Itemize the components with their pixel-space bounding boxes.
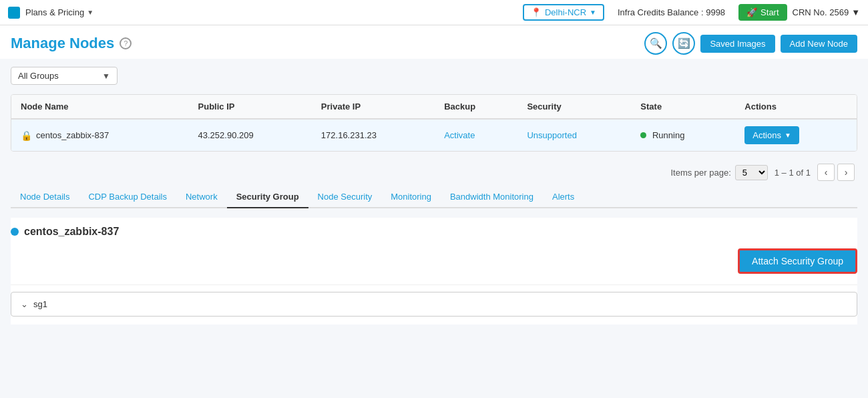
next-page-button[interactable]: ›: [837, 164, 855, 181]
page-nav: ‹ ›: [817, 164, 855, 181]
main-content: All Groups ▼ Node Name Public IP Private…: [0, 59, 868, 333]
table-header-row: Node Name Public IP Private IP Backup Se…: [11, 95, 857, 119]
running-dot: [640, 132, 646, 138]
actions-button[interactable]: Actions ▼: [744, 126, 799, 144]
header-actions: 🔍 🔄 Saved Images Add New Node: [644, 32, 857, 55]
col-node-name: Node Name: [11, 95, 189, 119]
tab-network[interactable]: Network: [176, 186, 227, 208]
sg-list-item: ⌄ sg1: [11, 292, 857, 317]
lock-icon: 🔒: [21, 130, 32, 141]
actions-chevron: ▼: [785, 132, 791, 139]
cell-security: Unsupported: [517, 119, 631, 151]
page-header: Manage Nodes ? 🔍 🔄 Saved Images Add New …: [0, 25, 868, 59]
group-selector-label: All Groups: [18, 71, 59, 81]
page-title: Manage Nodes: [11, 35, 114, 52]
plans-pricing-menu[interactable]: Plans & Pricing ▼: [25, 7, 93, 17]
items-per-page-label: Items per page:: [670, 168, 730, 178]
tabs-row: Node Details CDP Backup Details Network …: [11, 186, 857, 208]
sg-name-label: sg1: [33, 299, 47, 309]
crn-menu[interactable]: CRN No. 2569 ▼: [793, 7, 860, 17]
node-name-value: centos_zabbix-837: [36, 130, 109, 140]
saved-images-button[interactable]: Saved Images: [700, 35, 775, 53]
credits-balance: Infra Credits Balance : 9998: [610, 7, 733, 17]
node-status-dot: [11, 228, 19, 236]
tab-bandwidth[interactable]: Bandwidth Monitoring: [441, 186, 543, 208]
pagination-row: Items per page: 5 10 25 1 – 1 of 1 ‹ ›: [11, 158, 857, 186]
plans-pricing-chevron: ▼: [87, 9, 93, 16]
items-per-page: Items per page: 5 10 25: [670, 165, 767, 180]
cell-private-ip: 172.16.231.23: [312, 119, 435, 151]
nodes-table: Node Name Public IP Private IP Backup Se…: [11, 95, 857, 151]
actions-label: Actions: [752, 130, 781, 140]
cell-node-name: 🔒 centos_zabbix-837: [11, 119, 189, 151]
tab-node-security[interactable]: Node Security: [308, 186, 382, 208]
section-divider: [11, 284, 857, 285]
node-section: centos_zabbix-837 Attach Security Group …: [11, 218, 857, 325]
col-security: Security: [517, 95, 631, 119]
start-icon: 🚀: [746, 7, 757, 17]
help-icon[interactable]: ?: [120, 37, 132, 49]
plans-pricing-label: Plans & Pricing: [25, 7, 84, 17]
state-value: Running: [652, 130, 684, 140]
search-icon-button[interactable]: 🔍: [644, 32, 667, 55]
pin-icon: 📍: [531, 7, 541, 17]
cell-public-ip: 43.252.90.209: [189, 119, 312, 151]
attach-row: Attach Security Group: [11, 248, 857, 274]
group-selector-chevron: ▼: [102, 71, 110, 81]
tab-alerts[interactable]: Alerts: [543, 186, 584, 208]
crn-chevron: ▼: [851, 7, 860, 17]
nodes-table-container: Node Name Public IP Private IP Backup Se…: [11, 94, 857, 152]
add-node-button[interactable]: Add New Node: [781, 35, 857, 53]
col-actions: Actions: [735, 95, 857, 119]
node-label-row: centos_zabbix-837: [11, 226, 857, 238]
node-section-name: centos_zabbix-837: [24, 226, 119, 238]
tab-cdp-backup[interactable]: CDP Backup Details: [79, 186, 176, 208]
security-status[interactable]: Unsupported: [527, 130, 576, 140]
cell-state: Running: [631, 119, 735, 151]
col-public-ip: Public IP: [189, 95, 312, 119]
table-row: 🔒 centos_zabbix-837 43.252.90.209 172.16…: [11, 119, 857, 151]
col-private-ip: Private IP: [312, 95, 435, 119]
tab-monitoring[interactable]: Monitoring: [381, 186, 441, 208]
start-label: Start: [761, 7, 779, 17]
page-title-row: Manage Nodes ?: [11, 35, 132, 52]
start-button[interactable]: 🚀 Start: [738, 4, 787, 21]
region-label: Delhi-NCR: [545, 7, 586, 17]
attach-security-group-button[interactable]: Attach Security Group: [738, 248, 857, 274]
prev-page-button[interactable]: ‹: [817, 164, 835, 181]
col-state: State: [631, 95, 735, 119]
col-backup: Backup: [435, 95, 517, 119]
logo-icon: [8, 7, 20, 19]
tab-security-group[interactable]: Security Group: [227, 186, 308, 208]
refresh-icon-button[interactable]: 🔄: [672, 32, 695, 55]
crn-label: CRN No. 2569: [793, 7, 849, 17]
tab-node-details[interactable]: Node Details: [11, 186, 79, 208]
backup-link[interactable]: Activate: [444, 130, 475, 140]
cell-actions: Actions ▼: [735, 119, 857, 151]
page-range: 1 – 1 of 1: [775, 168, 811, 178]
group-selector[interactable]: All Groups ▼: [11, 67, 118, 85]
cell-backup: Activate: [435, 119, 517, 151]
per-page-select[interactable]: 5 10 25: [735, 165, 768, 180]
region-chevron: ▼: [590, 9, 596, 16]
region-selector[interactable]: 📍 Delhi-NCR ▼: [523, 4, 604, 21]
sg-expand-chevron[interactable]: ⌄: [21, 299, 28, 309]
top-nav: Plans & Pricing ▼ 📍 Delhi-NCR ▼ Infra Cr…: [0, 0, 868, 25]
